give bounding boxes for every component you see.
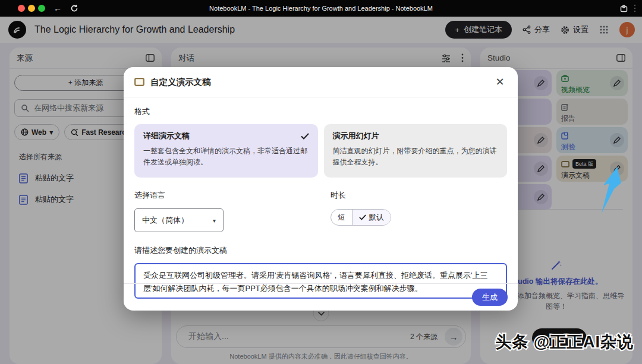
back-icon[interactable]: ←: [54, 4, 62, 13]
notebooklm-app: ← NotebookLM - The Logic Hierarchy for G…: [0, 0, 642, 364]
modal-title: 自定义演示文稿: [150, 77, 493, 88]
language-select[interactable]: 中文（简体） ▾: [134, 208, 224, 232]
zoom-window-button[interactable]: [38, 5, 45, 12]
prompt-label: 请描述您要创建的演示文稿: [134, 245, 507, 256]
generate-button[interactable]: 生成: [472, 289, 508, 306]
customize-presentation-modal: 自定义演示文稿 ✕ 格式 详细演示文稿 一整套包含全文和详情的演示文稿，非常适合…: [124, 67, 518, 311]
close-icon[interactable]: ✕: [493, 75, 507, 89]
close-window-button[interactable]: [18, 5, 25, 12]
reload-icon[interactable]: [70, 4, 78, 12]
watermark: 头条 @正正AI杂说: [495, 331, 634, 353]
presentation-icon: [134, 78, 144, 86]
language-label: 选择语言: [134, 190, 331, 201]
extensions-icon[interactable]: [620, 5, 628, 12]
duration-label: 时长: [331, 190, 391, 201]
window-controls: [18, 5, 45, 12]
duration-segmented-control: 短 默认: [331, 209, 391, 226]
format-option-detailed[interactable]: 详细演示文稿 一整套包含全文和详情的演示文稿，非常适合通过邮件发送或单独阅读。: [134, 124, 318, 178]
minimize-window-button[interactable]: [28, 5, 35, 12]
annotation-arrow-icon: [599, 167, 625, 214]
duration-option-short[interactable]: 短: [331, 210, 352, 225]
checkmark-icon: [301, 133, 309, 140]
dropdown-arrow-icon: ▾: [213, 217, 216, 224]
duration-option-default[interactable]: 默认: [353, 210, 391, 225]
watermark-text: 头条 @正正AI杂说: [495, 333, 634, 351]
browser-menu-icon[interactable]: [634, 4, 636, 12]
format-option-slides[interactable]: 演示用幻灯片 简洁直观的幻灯片，附带要介绍的重点，为您的演讲提供全程支持。: [324, 124, 508, 178]
browser-tab-title: NotebookLM - The Logic Hierarchy for Gro…: [0, 5, 642, 12]
browser-titlebar: ← NotebookLM - The Logic Hierarchy for G…: [0, 0, 642, 17]
modal-header: 自定义演示文稿 ✕: [124, 67, 518, 97]
checkmark-icon: [359, 214, 366, 220]
format-label: 格式: [134, 106, 507, 117]
modal-footer: 生成: [124, 283, 518, 311]
